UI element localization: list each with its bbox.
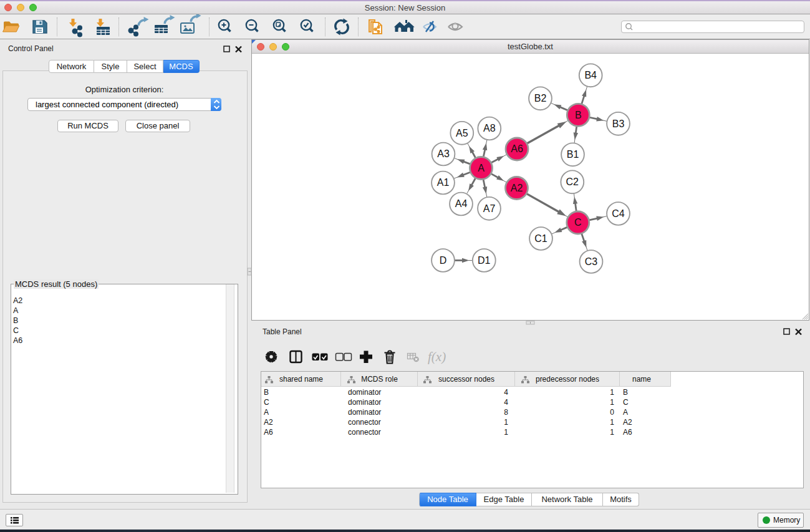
svg-text:Memory: Memory — [773, 516, 800, 525]
svg-text:f(x): f(x) — [428, 349, 446, 364]
